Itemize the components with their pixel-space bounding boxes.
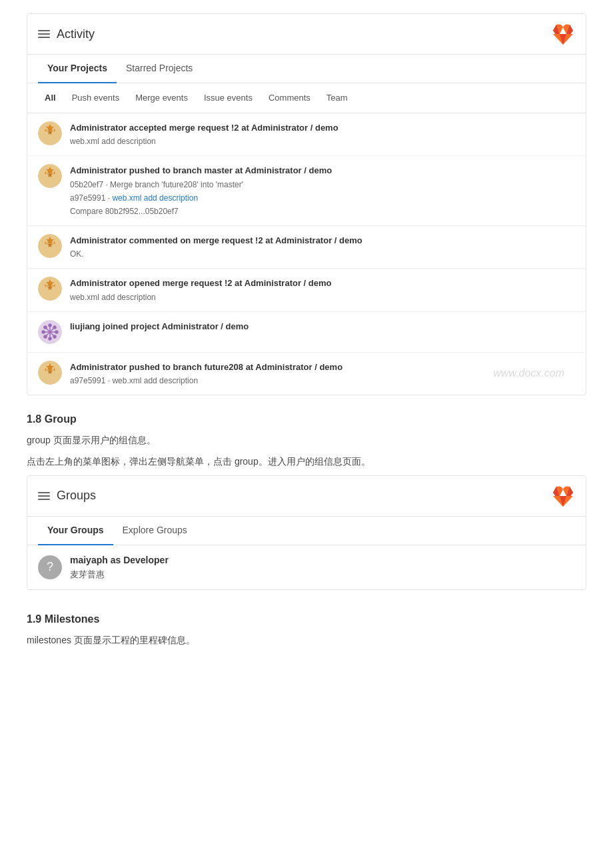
svg-point-26 (49, 337, 51, 340)
activity-title: Administrator commented on merge request… (70, 234, 575, 247)
section-1-8-heading: 1.8 Group (27, 411, 586, 427)
activity-item: liujiang joined project Administrator / … (27, 312, 586, 353)
section-1-8-desc2: 点击左上角的菜单图标，弹出左侧导航菜单，点击 group。进入用户的组信息页面。 (27, 454, 586, 470)
group-info: maiyaph as Developer 麦芽普惠 (70, 553, 169, 581)
svg-point-29 (44, 326, 47, 329)
activity-content: Administrator pushed to branch future208… (70, 361, 575, 387)
activity-content: Administrator accepted merge request !2 … (70, 121, 575, 148)
filter-merge-events[interactable]: Merge events (129, 89, 195, 107)
filter-team[interactable]: Team (320, 89, 354, 107)
avatar (38, 121, 62, 145)
avatar (38, 164, 62, 188)
section-1-8-desc1: group 页面显示用户的组信息。 (27, 433, 586, 449)
activity-item: Administrator accepted merge request !2 … (27, 113, 586, 157)
filter-issue-events[interactable]: Issue events (197, 89, 259, 107)
activity-title: Administrator opened merge request !2 at… (70, 277, 575, 290)
activity-panel: Activity Your Projects Starred Projects … (27, 13, 586, 395)
activity-content: Administrator opened merge request !2 at… (70, 277, 575, 303)
avatar (38, 361, 62, 385)
filter-all[interactable]: All (38, 89, 63, 107)
activity-item: Administrator pushed to branch master at… (27, 156, 586, 226)
svg-point-27 (42, 331, 45, 333)
tab-explore-groups[interactable]: Explore Groups (113, 517, 197, 545)
project-tabs: Your Projects Starred Projects (27, 55, 586, 83)
activity-content: Administrator commented on merge request… (70, 234, 575, 261)
header-left: Activity (38, 25, 95, 43)
hamburger-icon[interactable] (38, 30, 50, 38)
groups-tabs: Your Groups Explore Groups (27, 517, 586, 545)
groups-header-left: Groups (38, 487, 96, 505)
groups-title: Groups (57, 487, 96, 505)
group-avatar: ? (38, 555, 62, 579)
svg-point-28 (55, 331, 58, 333)
svg-point-25 (49, 324, 51, 327)
group-item: ? maiyaph as Developer 麦芽普惠 (27, 545, 586, 589)
milestones-section: 1.9 Milestones milestones 页面显示工程的里程碑信息。 (27, 611, 586, 649)
activity-sub2: a97e5991 · web.xml add description (70, 192, 575, 204)
filter-comments[interactable]: Comments (262, 89, 317, 107)
activity-link[interactable]: web.xml add description (112, 193, 198, 203)
page-title: Activity (57, 25, 95, 43)
filter-push-events[interactable]: Push events (65, 89, 127, 107)
activity-item: Administrator commented on merge request… (27, 226, 586, 269)
activity-title: Administrator accepted merge request !2 … (70, 121, 575, 135)
activity-content: liujiang joined project Administrator / … (70, 320, 575, 333)
activity-item-last: Administrator pushed to branch future208… (27, 353, 586, 395)
activity-item: Administrator opened merge request !2 at… (27, 269, 586, 312)
hamburger-icon[interactable] (38, 492, 50, 500)
activity-sub3: Compare 80b2f952...05b20ef7 (70, 205, 575, 217)
tab-your-projects[interactable]: Your Projects (38, 55, 117, 83)
group-name: maiyaph as Developer (70, 553, 169, 567)
activity-title: Administrator pushed to branch master at… (70, 164, 575, 177)
activity-sub1: 05b20ef7 · Merge branch 'future208' into… (70, 179, 575, 191)
activity-sub: web.xml add description (70, 291, 575, 303)
group-sub: 麦芽普惠 (70, 569, 105, 579)
avatar (38, 277, 62, 301)
svg-point-30 (53, 335, 56, 338)
tab-starred-projects[interactable]: Starred Projects (117, 55, 202, 83)
section-1-9-desc1: milestones 页面显示工程的里程碑信息。 (27, 633, 586, 649)
activity-title: liujiang joined project Administrator / … (70, 320, 575, 333)
groups-panel: Groups Your Groups Explore Groups ? maiy… (27, 475, 586, 590)
activity-title: Administrator pushed to branch future208… (70, 361, 575, 374)
groups-panel-header: Groups (27, 476, 586, 517)
svg-point-31 (53, 326, 56, 329)
gitlab-logo (551, 22, 575, 46)
avatar (38, 234, 62, 258)
gitlab-logo (551, 484, 575, 508)
panel-header: Activity (27, 14, 586, 55)
activity-sub: web.xml add description (70, 135, 575, 147)
avatar (38, 320, 62, 344)
section-1-9-heading: 1.9 Milestones (27, 611, 586, 627)
tab-your-groups[interactable]: Your Groups (38, 517, 113, 545)
svg-point-32 (44, 335, 47, 338)
activity-content: Administrator pushed to branch master at… (70, 164, 575, 217)
filter-row: All Push events Merge events Issue event… (27, 83, 586, 113)
activity-sub: a97e5991 · web.xml add description (70, 375, 575, 387)
activity-sub: OK. (70, 248, 575, 260)
